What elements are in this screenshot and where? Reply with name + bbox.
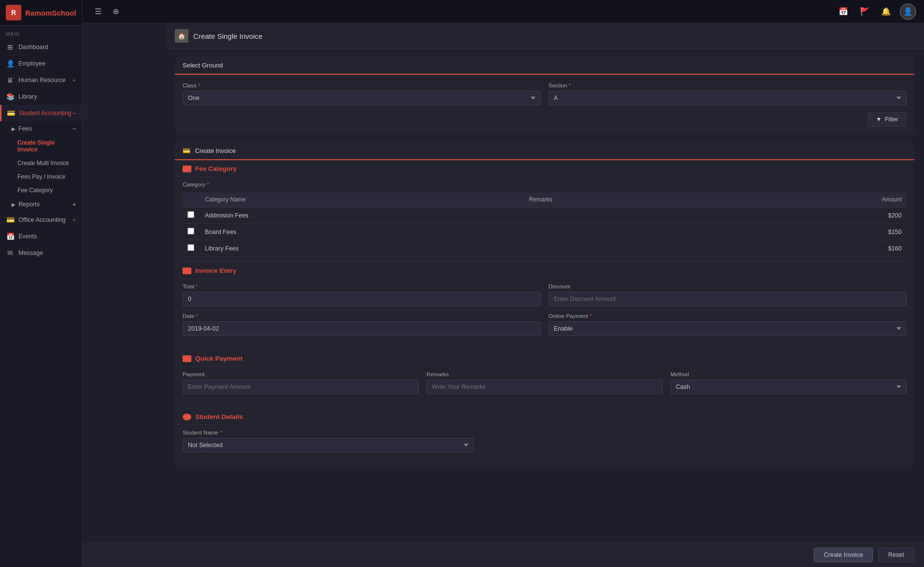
invoice-entry-icon — [183, 267, 191, 274]
logo[interactable]: R RamomSchool — [0, 0, 82, 26]
sidebar-item-label: Employee — [18, 60, 76, 67]
sub-item-label: Create Single Invoice — [17, 139, 76, 153]
student-name-label: Student Name * — [183, 430, 474, 435]
flag-icon[interactable]: 🚩 — [857, 4, 873, 19]
remarks-group: Remarks — [426, 371, 662, 394]
create-invoice-header: 💳 Create Invoice — [175, 142, 914, 160]
filter-row: ▼ Filter — [183, 112, 907, 127]
sub-item-label: Fees Pay / Invoice — [17, 173, 66, 180]
sidebar: R RamomSchool Main ⊞ Dashboard 👤 Employe… — [0, 0, 83, 567]
remarks-cell — [524, 207, 725, 224]
sidebar-item-label: Office Accounting — [18, 217, 72, 223]
create-invoice-button[interactable]: Create Invoice — [814, 548, 874, 562]
sidebar-sub-create-multi-invoice[interactable]: Create Multi Invoice — [0, 156, 82, 170]
human-resource-icon: 🖥 — [6, 76, 15, 84]
sidebar-sub-fee-category[interactable]: Fee Category — [0, 183, 82, 197]
date-input[interactable] — [183, 321, 541, 336]
section-select[interactable]: A B C — [549, 91, 907, 105]
table-row: Library Fees $160 — [183, 240, 907, 257]
sidebar-sub-create-single-invoice[interactable]: Create Single Invoice — [0, 136, 82, 156]
payment-input[interactable] — [183, 380, 419, 394]
content-body: Select Ground Class * One Two Three — [165, 49, 924, 513]
fee-category-section-title: Fee Category — [175, 160, 914, 177]
row-checkbox[interactable] — [187, 228, 194, 234]
sidebar-item-office-accounting[interactable]: 💳 Office Accounting + — [0, 212, 82, 228]
amount-cell: $160 — [725, 240, 907, 257]
sidebar-fees-group[interactable]: ▶ Fees − — [0, 121, 82, 136]
class-select[interactable]: One Two Three — [183, 91, 541, 105]
logo-text: RamomSchool — [25, 9, 76, 17]
page-title: Create Single Invoice — [193, 32, 263, 40]
payment-label: Payment — [183, 371, 419, 377]
total-group: Total * — [183, 284, 541, 306]
category-name-cell: Library Fees — [200, 240, 524, 257]
events-icon: 📅 — [6, 232, 15, 241]
avatar-icon: 👤 — [903, 7, 913, 16]
row-checkbox[interactable] — [187, 211, 194, 218]
date-payment-row: Date * Online Payment * Enable Disable — [183, 313, 907, 336]
sidebar-reports-group[interactable]: ▶ Reports + — [0, 197, 82, 212]
remarks-cell — [524, 224, 725, 240]
col-checkbox — [183, 192, 200, 207]
payment-remarks-method-row: Payment Remarks Method Cash Card Online — [183, 371, 907, 394]
sidebar-sub-fees-pay-invoice[interactable]: Fees Pay / Invoice — [0, 170, 82, 183]
menu-icon[interactable]: ☰ — [90, 4, 106, 19]
amount-cell: $150 — [725, 224, 907, 240]
total-input[interactable] — [183, 292, 541, 306]
create-invoice-card: 💳 Create Invoice Fee Category Category *… — [175, 142, 914, 466]
fee-category-body: Category * Category Name Remarks Amount … — [175, 177, 914, 262]
page-header: 🏠 Create Single Invoice — [165, 23, 924, 49]
sidebar-item-student-accounting[interactable]: 💳 Student Accounting − — [0, 105, 82, 121]
class-group: Class * One Two Three — [183, 83, 541, 105]
reset-button[interactable]: Reset — [878, 548, 914, 562]
sidebar-item-library[interactable]: 📚 Library — [0, 88, 82, 105]
sidebar-item-label: Dashboard — [18, 44, 76, 50]
remarks-cell — [524, 240, 725, 257]
row-checkbox[interactable] — [187, 244, 194, 251]
filter-icon: ▼ — [876, 116, 882, 123]
class-section-row: Class * One Two Three Section * — [183, 83, 907, 105]
topbar: ☰ ⊕ 📅 🚩 🔔 👤 — [83, 0, 924, 23]
method-select[interactable]: Cash Card Online — [671, 380, 907, 394]
section-label: Section * — [549, 83, 907, 88]
sidebar-item-message[interactable]: ✉ Message — [0, 245, 82, 261]
sidebar-item-employee[interactable]: 👤 Employee — [0, 55, 82, 72]
student-accounting-icon: 💳 — [6, 109, 15, 117]
expand-icon[interactable]: ⊕ — [108, 4, 123, 19]
sidebar-item-label: Events — [18, 233, 76, 240]
home-icon[interactable]: 🏠 — [175, 29, 188, 43]
payment-group: Payment — [183, 371, 419, 394]
class-label: Class * — [183, 83, 541, 88]
student-details-section-title: Student Details — [175, 408, 914, 425]
online-payment-group: Online Payment * Enable Disable — [549, 313, 907, 336]
calendar-icon[interactable]: 📅 — [836, 4, 851, 19]
date-group: Date * — [183, 313, 541, 336]
discount-input[interactable] — [549, 292, 907, 306]
student-details-icon — [183, 414, 191, 420]
total-discount-row: Total * Discount — [183, 284, 907, 306]
select-ground-header: Select Ground — [175, 57, 914, 75]
expand-icon: + — [72, 76, 76, 84]
discount-group: Discount — [549, 284, 907, 306]
sidebar-item-label: Library — [18, 93, 76, 100]
filter-button[interactable]: ▼ Filter — [868, 112, 907, 127]
sidebar-item-label: Message — [18, 250, 76, 256]
reports-plus-icon: + — [72, 200, 76, 208]
bell-icon[interactable]: 🔔 — [878, 4, 894, 19]
sidebar-item-events[interactable]: 📅 Events — [0, 228, 82, 245]
online-payment-select[interactable]: Enable Disable — [549, 321, 907, 336]
library-icon: 📚 — [6, 92, 15, 101]
create-invoice-icon: 💳 — [183, 147, 190, 154]
footer-actions: Create Invoice Reset — [165, 542, 924, 567]
remarks-label: Remarks — [426, 371, 662, 377]
student-name-row: Student Name * Not Selected — [183, 430, 907, 452]
student-name-select[interactable]: Not Selected — [183, 438, 474, 452]
student-details-body: Student Name * Not Selected — [175, 425, 914, 466]
table-row: Addmision Fees $200 — [183, 207, 907, 224]
select-ground-body: Class * One Two Three Section * — [175, 75, 914, 134]
sidebar-item-human-resource[interactable]: 🖥 Human Resource + — [0, 72, 82, 88]
user-avatar[interactable]: 👤 — [900, 3, 916, 20]
employee-icon: 👤 — [6, 59, 15, 68]
sidebar-item-dashboard[interactable]: ⊞ Dashboard — [0, 39, 82, 55]
remarks-input[interactable] — [426, 380, 662, 394]
